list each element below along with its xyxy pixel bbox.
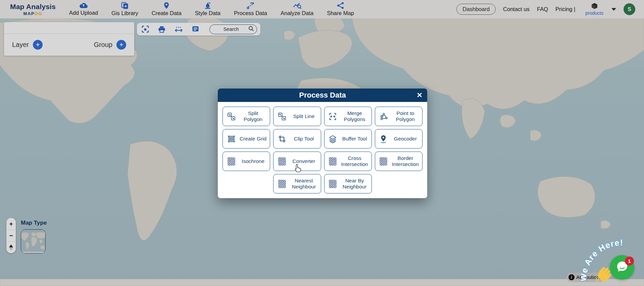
split-polygon-icon [226,112,236,121]
tool-split-line[interactable]: Split Line [273,107,321,126]
tool-label: Buffer Tool [340,136,369,142]
tool-label: Geocoder [391,136,420,142]
layers-icon [328,135,338,143]
tool-label: Isochrone [238,158,268,164]
near-by-neighbour-thumb-icon [328,180,338,188]
tool-split-polygon[interactable]: Split Polygon [222,107,270,126]
tool-label: Split Line [289,113,318,119]
tool-clip-tool[interactable]: Clip Tool [273,129,321,149]
isochrone-thumb-icon [226,157,236,166]
split-line-icon [277,112,287,121]
merge-polygons-icon [328,112,338,121]
tool-buffer-tool[interactable]: Buffer Tool [324,129,372,149]
modal-title: Process Data [299,91,346,100]
tool-grid: Split Polygon Split Line Merge Polygons … [222,107,423,193]
tool-nearest-neighbour[interactable]: Nearest Neighbour [273,174,321,193]
tool-label: Clip Tool [289,136,318,142]
tool-create-grid[interactable]: Create Grid [222,129,270,149]
tool-label: Point to Polygon [391,110,420,122]
tool-label: Create Grid [238,136,268,142]
modal-header: Process Data ✕ [218,89,427,102]
tool-label: Split Polygon [238,110,268,122]
tool-merge-polygons[interactable]: Merge Polygons [324,107,372,126]
tool-geocoder[interactable]: Geocoder [375,129,423,149]
tool-label: Converter [289,158,318,164]
converter-thumb-icon [277,157,287,166]
modal-body: Split Polygon Split Line Merge Polygons … [218,102,427,198]
border-intersection-thumb-icon [379,157,389,166]
tool-border-intersection[interactable]: Border Intersection [375,152,423,171]
process-data-modal: Process Data ✕ Split Polygon Split Line [218,89,427,198]
tool-label: Cross Intersection [340,155,369,167]
geocoder-pin-icon [379,135,389,143]
nearest-neighbour-thumb-icon [277,180,287,188]
tool-converter[interactable]: Converter [273,152,321,171]
close-icon[interactable]: ✕ [414,89,425,102]
tool-label: Near By Neighbour [340,178,369,190]
tool-label: Merge Polygons [340,110,369,122]
grid-icon [226,135,236,143]
tool-cross-intersection[interactable]: Cross Intersection [324,152,372,171]
tool-point-to-polygon[interactable]: Point to Polygon [375,107,423,126]
cross-intersection-thumb-icon [328,157,338,166]
point-to-polygon-icon [379,112,389,121]
tool-isochrone[interactable]: Isochrone [222,152,270,171]
tool-label: Nearest Neighbour [289,178,318,190]
chat-unread-badge: 1 [625,256,634,266]
tool-label: Border Intersection [391,155,420,167]
crop-icon [277,135,287,143]
tool-near-by-neighbour[interactable]: Near By Neighbour [324,174,372,193]
